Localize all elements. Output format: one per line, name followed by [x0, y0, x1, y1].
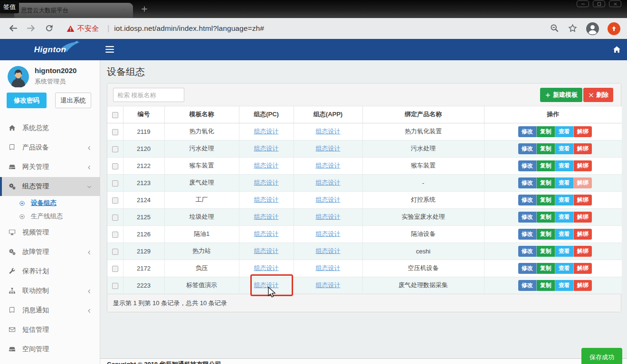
logout-button[interactable]: 退出系统 [55, 93, 91, 108]
copy-button[interactable]: 复制 [537, 195, 555, 205]
copy-button[interactable]: 复制 [537, 177, 555, 188]
app-design-link[interactable]: 组态设计 [316, 281, 341, 289]
row-checkbox[interactable] [112, 129, 118, 135]
tab-close-icon[interactable] [121, 7, 128, 14]
sidebar-item-8-保养计划[interactable]: 保养计划 [0, 262, 100, 281]
view-button[interactable]: 查看 [555, 280, 574, 291]
edit-button[interactable]: 修改 [518, 229, 537, 240]
app-design-link[interactable]: 组态设计 [316, 179, 341, 186]
view-button[interactable]: 查看 [555, 263, 574, 274]
sidebar-item-2-网关管理[interactable]: 网关管理 [0, 158, 100, 177]
app-design-link[interactable]: 组态设计 [316, 230, 341, 237]
pc-design-link[interactable]: 组态设计 [254, 213, 279, 220]
unbind-button[interactable]: 解绑 [574, 263, 592, 274]
back-icon[interactable] [9, 24, 18, 33]
view-button[interactable]: 查看 [555, 195, 574, 205]
pc-design-link[interactable]: 组态设计 [254, 196, 279, 203]
view-button[interactable]: 查看 [555, 160, 574, 171]
sidebar-item-5-生产线组态[interactable]: 生产线组态 [0, 210, 100, 223]
row-checkbox[interactable] [112, 163, 118, 169]
edit-button[interactable]: 修改 [518, 195, 537, 205]
sidebar-item-4-设备组态[interactable]: 设备组态 [0, 196, 100, 210]
edit-button[interactable]: 修改 [518, 126, 537, 137]
reload-icon[interactable] [45, 24, 54, 33]
view-button[interactable]: 查看 [555, 246, 574, 257]
copy-button[interactable]: 复制 [537, 246, 555, 257]
app-design-link[interactable]: 组态设计 [316, 196, 341, 203]
unbind-button[interactable]: 解绑 [574, 246, 592, 257]
home-icon[interactable] [613, 46, 621, 54]
pc-design-link[interactable]: 组态设计 [254, 247, 279, 254]
search-input[interactable] [113, 88, 184, 102]
row-checkbox[interactable] [112, 180, 118, 187]
pc-design-link[interactable]: 组态设计 [254, 179, 279, 186]
new-template-button[interactable]: 新建模板 [540, 88, 582, 102]
row-checkbox[interactable] [112, 197, 118, 204]
unbind-button[interactable]: 解绑 [574, 280, 592, 291]
pc-design-link[interactable]: 组态设计 [254, 230, 279, 237]
app-design-link[interactable]: 组态设计 [316, 247, 341, 254]
unbind-button[interactable]: 解绑 [574, 143, 592, 154]
row-checkbox[interactable] [112, 249, 118, 255]
copy-button[interactable]: 复制 [537, 263, 555, 274]
sidebar-item-7-故障管理[interactable]: 故障管理 [0, 243, 100, 261]
app-design-link[interactable]: 组态设计 [316, 213, 341, 220]
copy-button[interactable]: 复制 [537, 212, 555, 223]
sidebar-item-11-短信管理[interactable]: 短信管理 [0, 320, 100, 339]
delete-button[interactable]: 删除 [583, 88, 613, 102]
sidebar-item-0-系统总览[interactable]: 系统总览 [0, 119, 100, 138]
edit-button[interactable]: 修改 [518, 143, 537, 154]
copy-button[interactable]: 复制 [537, 143, 555, 154]
close-window-icon[interactable] [609, 0, 621, 7]
view-button[interactable]: 查看 [555, 229, 574, 240]
extension-icon[interactable] [608, 22, 620, 35]
bookmark-star-icon[interactable] [568, 24, 578, 33]
row-checkbox[interactable] [112, 266, 118, 272]
hamburger-menu-icon[interactable] [105, 46, 114, 53]
unbind-button[interactable]: 解绑 [574, 126, 592, 137]
row-checkbox[interactable] [112, 232, 118, 238]
sidebar-item-3-组态管理[interactable]: 组态管理 [0, 177, 100, 196]
pc-design-link[interactable]: 组态设计 [254, 128, 279, 135]
row-checkbox[interactable] [112, 146, 118, 152]
browser-tab[interactable]: 思普云大数据平台 [14, 3, 133, 18]
view-button[interactable]: 查看 [555, 212, 574, 223]
view-button[interactable]: 查看 [555, 143, 574, 154]
copy-button[interactable]: 复制 [537, 160, 555, 171]
security-chip[interactable]: 不安全 | [66, 24, 114, 33]
unbind-button[interactable]: 解绑 [574, 212, 592, 223]
sidebar-item-6-视频管理[interactable]: 视频管理 [0, 223, 100, 242]
select-all-checkbox[interactable] [112, 112, 118, 118]
edit-button[interactable]: 修改 [518, 246, 537, 257]
edit-button[interactable]: 修改 [518, 160, 537, 171]
maximize-icon[interactable] [593, 0, 605, 7]
view-button[interactable]: 查看 [555, 126, 574, 137]
new-tab-icon[interactable] [141, 5, 149, 14]
unbind-button[interactable]: 解绑 [574, 195, 592, 205]
edit-button[interactable]: 修改 [518, 177, 537, 188]
pc-design-link[interactable]: 组态设计 [254, 162, 279, 169]
browser-profile-icon[interactable] [586, 22, 599, 35]
unbind-button[interactable]: 解绑 [574, 177, 592, 188]
app-design-link[interactable]: 组态设计 [316, 145, 341, 152]
change-password-button[interactable]: 修改密码 [7, 93, 47, 108]
copy-button[interactable]: 复制 [537, 229, 555, 240]
copy-button[interactable]: 复制 [537, 126, 555, 137]
sidebar-item-1-产品设备[interactable]: 产品设备 [0, 138, 100, 157]
view-button[interactable]: 查看 [555, 177, 574, 188]
copy-button[interactable]: 复制 [537, 280, 555, 291]
app-design-link[interactable]: 组态设计 [316, 264, 341, 271]
edit-button[interactable]: 修改 [518, 263, 537, 274]
edit-button[interactable]: 修改 [518, 280, 537, 291]
edit-button[interactable]: 修改 [518, 212, 537, 223]
minimize-icon[interactable] [577, 0, 589, 7]
forward-icon[interactable] [27, 24, 36, 33]
app-design-link[interactable]: 组态设计 [316, 128, 341, 135]
sidebar-item-10-消息通知[interactable]: 消息通知 [0, 301, 100, 320]
row-checkbox[interactable] [112, 283, 118, 289]
app-design-link[interactable]: 组态设计 [316, 162, 341, 169]
unbind-button[interactable]: 解绑 [574, 160, 592, 171]
sidebar-item-12-空间管理[interactable]: 空间管理 [0, 340, 100, 359]
zoom-out-icon[interactable] [550, 24, 560, 33]
url-text[interactable]: iot.idosp.net/admin/index.html?language=… [114, 24, 264, 33]
